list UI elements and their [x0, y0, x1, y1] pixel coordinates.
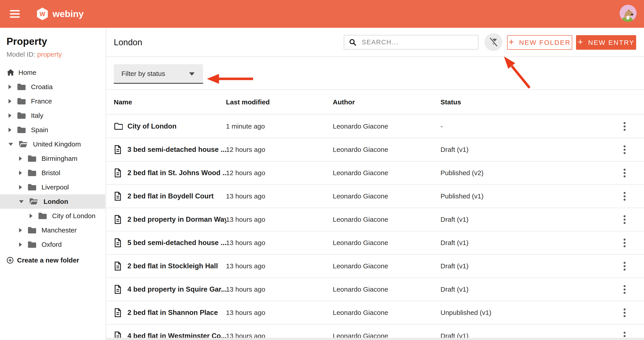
kebab-menu-icon[interactable] — [620, 143, 629, 156]
caret-right-icon[interactable] — [19, 228, 22, 232]
table-row[interactable]: City of London1 minute agoLeonardo Giaco… — [106, 115, 644, 138]
table-row[interactable]: 2 bed flat in Boydell Court13 hours agoL… — [106, 185, 644, 208]
sidebar-folder-birmingham[interactable]: Birmingham — [0, 152, 105, 166]
bottom-divider — [106, 338, 644, 340]
hamburger-menu-icon[interactable] — [10, 10, 20, 18]
sidebar-item-home[interactable]: Home — [6, 68, 36, 77]
cell-status: Published (v1) — [440, 192, 484, 200]
cell-auth: Leonardo Giacone — [333, 286, 388, 293]
chevron-down-icon — [189, 72, 194, 76]
document-icon — [114, 169, 122, 177]
new-entry-button[interactable]: + NEW ENTRY — [576, 35, 636, 50]
filter-by-status-dropdown[interactable]: Filter by status — [114, 64, 203, 84]
folder-icon — [17, 112, 26, 119]
cell-status: Published (v2) — [440, 169, 484, 177]
create-folder-button[interactable]: Create a new folder — [6, 254, 79, 267]
sidebar-folder-oxford[interactable]: Oxford — [0, 237, 105, 252]
kebab-menu-icon[interactable] — [620, 259, 629, 273]
cell-auth: Leonardo Giacone — [333, 146, 388, 154]
filter-dropdown-label: Filter by status — [122, 70, 165, 77]
table-row[interactable]: 2 bed property in Dorman Way13 hours ago… — [106, 208, 644, 231]
cell-auth: Leonardo Giacone — [333, 192, 388, 200]
model-id-link[interactable]: property — [37, 51, 62, 58]
cell-name: 4 bed property in Squire Gar... — [128, 285, 226, 293]
sidebar-folder-city-of-london[interactable]: City of London — [0, 209, 105, 223]
folder-icon — [17, 126, 26, 134]
table-row[interactable]: 4 bed property in Squire Gar...13 hours … — [106, 278, 644, 301]
folder-icon — [28, 241, 36, 248]
caret-right-icon[interactable] — [30, 214, 32, 218]
kebab-menu-icon[interactable] — [620, 189, 629, 203]
folder-icon — [28, 184, 36, 191]
cell-mod: 13 hours ago — [226, 286, 265, 293]
sidebar-folder-manchester[interactable]: Manchester — [0, 223, 105, 237]
caret-right-icon[interactable] — [8, 85, 12, 89]
brand-wordmark: webiny — [52, 9, 84, 19]
folder-icon — [38, 212, 47, 219]
caret-right-icon[interactable] — [19, 156, 22, 161]
search-input[interactable] — [361, 38, 474, 46]
kebab-menu-icon[interactable] — [620, 213, 629, 226]
cell-mod: 13 hours ago — [226, 192, 265, 200]
folder-icon — [17, 98, 26, 105]
filter-toggle-button[interactable] — [484, 33, 502, 51]
cell-auth: Leonardo Giacone — [333, 216, 388, 223]
table-row[interactable]: 3 bed semi-detached house ...12 hours ag… — [106, 138, 644, 162]
folder-icon — [17, 83, 26, 90]
cell-mod: 13 hours ago — [226, 239, 265, 247]
new-folder-button[interactable]: + NEW FOLDER — [507, 35, 572, 50]
cell-name: 2 bed flat in Stockleigh Hall — [128, 262, 218, 270]
sidebar-folder-spain[interactable]: Spain — [0, 123, 105, 137]
cell-status: Unpublished (v1) — [440, 309, 492, 317]
table-row[interactable]: 2 bed flat in Shannon Place13 hours agoL… — [106, 301, 644, 325]
cell-mod: 12 hours ago — [226, 169, 265, 177]
sidebar-folder-bristol[interactable]: Bristol — [0, 166, 105, 180]
cell-auth: Leonardo Giacone — [333, 123, 388, 130]
kebab-menu-icon[interactable] — [620, 120, 629, 133]
kebab-menu-icon[interactable] — [620, 306, 629, 319]
cell-name: 2 bed flat in Shannon Place — [128, 309, 218, 317]
folder-icon — [28, 169, 36, 176]
sidebar-folder-france[interactable]: France — [0, 94, 105, 108]
kebab-menu-icon[interactable] — [620, 236, 629, 250]
filter-off-icon — [488, 37, 498, 47]
webiny-logo-icon: W — [36, 7, 48, 20]
caret-right-icon[interactable] — [19, 242, 22, 247]
column-header-name: Name — [114, 98, 132, 106]
cell-status: Draft (v1) — [440, 146, 468, 154]
svg-text:W: W — [40, 11, 45, 17]
cell-mod: 13 hours ago — [226, 216, 265, 223]
caret-right-icon[interactable] — [19, 171, 22, 175]
table-row[interactable]: 2 bed flat in Stockleigh Hall13 hours ag… — [106, 255, 644, 278]
cell-name: 3 bed semi-detached house ... — [128, 146, 226, 154]
folder-tree: CroatiaFranceItalySpainUnited KingdomBir… — [0, 80, 105, 252]
folder-icon — [28, 227, 36, 234]
kebab-menu-icon[interactable] — [620, 166, 629, 180]
sidebar-folder-italy[interactable]: Italy — [0, 108, 105, 123]
new-folder-label: NEW FOLDER — [519, 39, 570, 46]
caret-right-icon[interactable] — [8, 128, 12, 132]
caret-right-icon[interactable] — [8, 99, 12, 104]
table-row[interactable]: 2 bed flat in St. Johns Wood ...12 hours… — [106, 162, 644, 185]
folder-label: Manchester — [42, 226, 77, 234]
sidebar-folder-croatia[interactable]: Croatia — [0, 80, 105, 94]
kebab-menu-icon[interactable] — [620, 283, 629, 296]
create-folder-label: Create a new folder — [17, 256, 79, 264]
table-row[interactable]: 5 bed semi-detached house ...13 hours ag… — [106, 231, 644, 255]
cell-mod: 13 hours ago — [226, 262, 265, 270]
sidebar-folder-liverpool[interactable]: Liverpool — [0, 180, 105, 194]
model-title: Property — [6, 36, 47, 47]
caret-right-icon[interactable] — [8, 113, 12, 118]
sidebar-folder-london[interactable]: London — [0, 194, 105, 209]
folder-open-icon — [29, 198, 38, 205]
avatar[interactable] — [620, 5, 636, 22]
folder-outline-icon — [114, 123, 123, 130]
caret-down-icon[interactable] — [8, 143, 13, 146]
sidebar-folder-united-kingdom[interactable]: United Kingdom — [0, 137, 105, 152]
cell-status: - — [440, 123, 443, 130]
cell-auth: Leonardo Giacone — [333, 239, 388, 247]
model-id-line: Model ID: property — [6, 51, 62, 58]
caret-right-icon[interactable] — [19, 185, 22, 189]
caret-down-icon[interactable] — [19, 200, 24, 203]
folder-label: Spain — [31, 126, 48, 134]
